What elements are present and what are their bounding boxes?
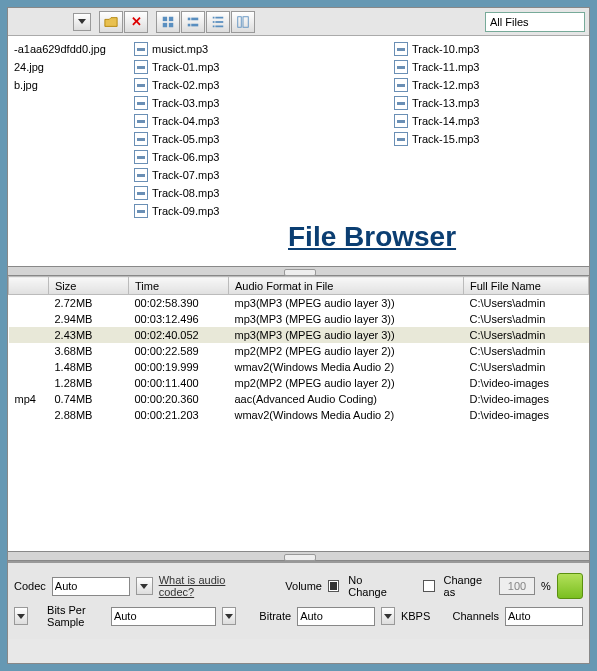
file-name: Track-07.mp3	[152, 169, 219, 181]
table-row[interactable]: mp40.74MB00:00:20.360aac(Advanced Audio …	[9, 391, 589, 407]
file-item[interactable]: Track-09.mp3	[130, 202, 386, 220]
file-item[interactable]: Track-02.mp3	[130, 76, 386, 94]
channels-label: Channels	[453, 610, 499, 622]
file-item[interactable]: Track-15.mp3	[390, 130, 587, 148]
col-time[interactable]: Time	[129, 277, 229, 295]
bps-select[interactable]	[111, 607, 216, 626]
file-name: b.jpg	[14, 79, 38, 91]
audio-file-icon	[134, 132, 148, 146]
svg-rect-0	[163, 16, 167, 20]
svg-rect-9	[215, 16, 223, 18]
audio-file-icon	[134, 96, 148, 110]
splitter-handle[interactable]	[8, 266, 589, 276]
svg-rect-3	[169, 22, 173, 26]
channels-select[interactable]	[505, 607, 583, 626]
file-name: Track-10.mp3	[412, 43, 479, 55]
file-item[interactable]: Track-07.mp3	[130, 166, 386, 184]
nochange-label: No Change	[348, 574, 400, 598]
file-browser-label: File Browser	[288, 221, 456, 253]
file-item[interactable]: Track-14.mp3	[390, 112, 587, 130]
view-details-button[interactable]	[206, 11, 230, 33]
file-item[interactable]: -a1aa629dfdd0.jpg	[10, 40, 126, 58]
file-item[interactable]: 24.jpg	[10, 58, 126, 76]
audio-file-icon	[134, 204, 148, 218]
nochange-radio[interactable]	[328, 580, 339, 592]
file-item[interactable]: musict.mp3	[130, 40, 386, 58]
col-ext[interactable]	[9, 277, 49, 295]
file-name: Track-04.mp3	[152, 115, 219, 127]
audio-file-icon	[134, 114, 148, 128]
file-item[interactable]: Track-10.mp3	[390, 40, 587, 58]
convert-button[interactable]	[557, 573, 583, 599]
table-row[interactable]: 2.88MB00:00:21.203wmav2(Windows Media Au…	[9, 407, 589, 423]
svg-rect-12	[213, 25, 215, 27]
volume-percent-input[interactable]	[499, 577, 535, 595]
codec-select[interactable]	[52, 577, 130, 596]
svg-rect-13	[215, 25, 223, 27]
col-fullname[interactable]: Full File Name	[464, 277, 589, 295]
file-item[interactable]: Track-04.mp3	[130, 112, 386, 130]
file-item[interactable]: Track-12.mp3	[390, 76, 587, 94]
file-item[interactable]: Track-11.mp3	[390, 58, 587, 76]
table-row[interactable]: 2.43MB00:02:40.052mp3(MP3 (MPEG audio la…	[9, 327, 589, 343]
codec-help-link[interactable]: What is audio codec?	[159, 574, 257, 598]
row2-dropdown-icon[interactable]	[14, 607, 28, 625]
file-name: Track-03.mp3	[152, 97, 219, 109]
table-row[interactable]: 2.72MB00:02:58.390mp3(MP3 (MPEG audio la…	[9, 295, 589, 311]
table-row[interactable]: 1.28MB00:00:11.400mp2(MP2 (MPEG audio la…	[9, 375, 589, 391]
svg-rect-6	[188, 23, 191, 26]
file-item[interactable]: b.jpg	[10, 76, 126, 94]
file-item[interactable]: Track-06.mp3	[130, 148, 386, 166]
svg-rect-1	[169, 16, 173, 20]
audio-file-icon	[134, 186, 148, 200]
file-item[interactable]: Track-01.mp3	[130, 58, 386, 76]
svg-rect-11	[215, 21, 223, 23]
audio-file-icon	[134, 168, 148, 182]
audio-file-icon	[394, 78, 408, 92]
file-item[interactable]: Track-08.mp3	[130, 184, 386, 202]
file-name: Track-12.mp3	[412, 79, 479, 91]
svg-rect-4	[188, 17, 191, 20]
svg-rect-8	[213, 16, 215, 18]
file-name: Track-14.mp3	[412, 115, 479, 127]
codec-dropdown-icon[interactable]	[136, 577, 153, 595]
toolbar: ✕	[8, 8, 589, 36]
bps-dropdown-icon[interactable]	[222, 607, 236, 625]
file-name: Track-01.mp3	[152, 61, 219, 73]
file-item[interactable]: Track-05.mp3	[130, 130, 386, 148]
file-name: Track-05.mp3	[152, 133, 219, 145]
file-name: 24.jpg	[14, 61, 44, 73]
col-size[interactable]: Size	[49, 277, 129, 295]
audio-file-icon	[394, 114, 408, 128]
table-row[interactable]: 3.68MB00:00:22.589mp2(MP2 (MPEG audio la…	[9, 343, 589, 359]
file-filter-select[interactable]	[485, 12, 585, 32]
bitrate-dropdown-icon[interactable]	[381, 607, 395, 625]
file-name: Track-13.mp3	[412, 97, 479, 109]
audio-file-icon	[394, 42, 408, 56]
col-format[interactable]: Audio Format in File	[229, 277, 464, 295]
delete-button[interactable]: ✕	[124, 11, 148, 33]
file-item[interactable]: Track-03.mp3	[130, 94, 386, 112]
splitter-handle-2[interactable]	[8, 551, 589, 561]
folder-up-button[interactable]	[99, 11, 123, 33]
audio-file-icon	[134, 150, 148, 164]
file-name: Track-09.mp3	[152, 205, 219, 217]
view-columns-button[interactable]	[231, 11, 255, 33]
audio-file-icon	[394, 132, 408, 146]
table-row[interactable]: 1.48MB00:00:19.999wmav2(Windows Media Au…	[9, 359, 589, 375]
bitrate-label: Bitrate	[259, 610, 291, 622]
audio-file-icon	[134, 60, 148, 74]
changeas-label: Change as	[444, 574, 494, 598]
file-item[interactable]: Track-13.mp3	[390, 94, 587, 112]
svg-rect-14	[238, 16, 242, 27]
view-large-icons-button[interactable]	[156, 11, 180, 33]
codec-label: Codec	[14, 580, 46, 592]
history-dropdown[interactable]	[73, 13, 91, 31]
view-list-button[interactable]	[181, 11, 205, 33]
changeas-checkbox[interactable]	[423, 580, 434, 592]
table-row[interactable]: 2.94MB00:03:12.496mp3(MP3 (MPEG audio la…	[9, 311, 589, 327]
bitrate-select[interactable]	[297, 607, 375, 626]
audio-file-icon	[134, 42, 148, 56]
file-list-table: Size Time Audio Format in File Full File…	[8, 276, 589, 423]
file-name: Track-15.mp3	[412, 133, 479, 145]
